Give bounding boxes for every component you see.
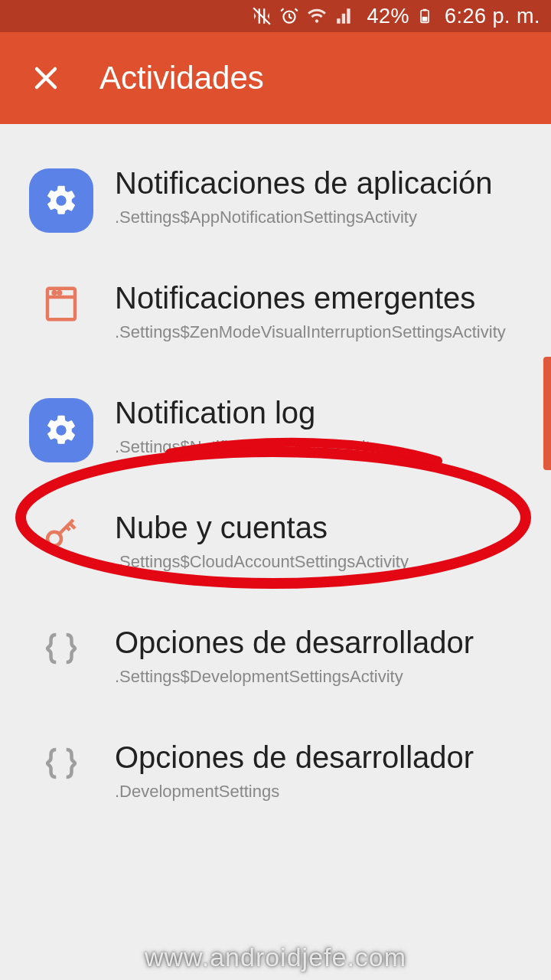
wifi-icon [307, 6, 327, 26]
svg-rect-2 [422, 9, 426, 11]
braces-icon [23, 740, 99, 784]
activity-item-developer-options[interactable]: Opciones de desarrollador .Settings$Deve… [0, 606, 551, 721]
activity-item-title: Opciones de desarrollador [115, 740, 528, 775]
signal-icon [334, 6, 354, 26]
svg-point-7 [58, 292, 60, 294]
app-bar-title: Actividades [99, 60, 264, 96]
vibrate-icon [252, 6, 272, 26]
svg-rect-3 [422, 17, 428, 21]
activity-item-title: Nube y cuentas [115, 510, 528, 545]
status-bar: 42% 6:26 p. m. [0, 0, 551, 32]
key-icon [23, 510, 99, 554]
scrollbar-thumb[interactable] [543, 357, 551, 470]
activity-item-title: Notification log [115, 395, 528, 430]
activity-item-heads-up-notifications[interactable]: Notificaciones emergentes .Settings$ZenM… [0, 262, 551, 377]
activity-item-title: Opciones de desarrollador [115, 625, 528, 660]
battery-percent: 42% [367, 5, 409, 28]
activity-item-title: Notificaciones emergentes [115, 280, 528, 315]
battery-icon [417, 5, 432, 27]
activity-list: Notificaciones de aplicación .Settings$A… [0, 124, 551, 836]
activity-item-subtitle: .DevelopmentSettings [115, 781, 528, 802]
activity-item-notification-log[interactable]: Notification log .Settings$NotificationS… [0, 377, 551, 492]
activity-item-subtitle: .Settings$DevelopmentSettingsActivity [115, 666, 528, 688]
watermark-text: www.androidjefe.com [0, 942, 551, 972]
activity-item-cloud-accounts[interactable]: Nube y cuentas .Settings$CloudAccountSet… [0, 492, 551, 606]
svg-point-6 [54, 292, 56, 294]
activity-item-subtitle: .Settings$ZenModeVisualInterruptionSetti… [115, 322, 528, 343]
activity-item-title: Notificaciones de aplicación [115, 165, 528, 201]
activity-item-developer-options-2[interactable]: Opciones de desarrollador .DevelopmentSe… [0, 721, 551, 836]
braces-icon [23, 625, 99, 669]
archive-icon [23, 280, 99, 325]
alarm-icon [279, 6, 299, 26]
activity-item-app-notifications[interactable]: Notificaciones de aplicación .Settings$A… [0, 147, 551, 262]
status-icons: 42% 6:26 p. m. [252, 5, 540, 28]
status-clock: 6:26 p. m. [445, 5, 540, 28]
activity-item-subtitle: .Settings$CloudAccountSettingsActivity [115, 551, 528, 573]
close-button[interactable] [23, 55, 69, 101]
gear-icon [23, 165, 99, 233]
app-bar: Actividades [0, 32, 551, 124]
activity-item-subtitle: .Settings$NotificationStationActivity [115, 436, 528, 458]
svg-point-8 [47, 532, 61, 546]
gear-icon [23, 395, 99, 462]
activity-item-subtitle: .Settings$AppNotificationSettingsActivit… [115, 207, 528, 228]
